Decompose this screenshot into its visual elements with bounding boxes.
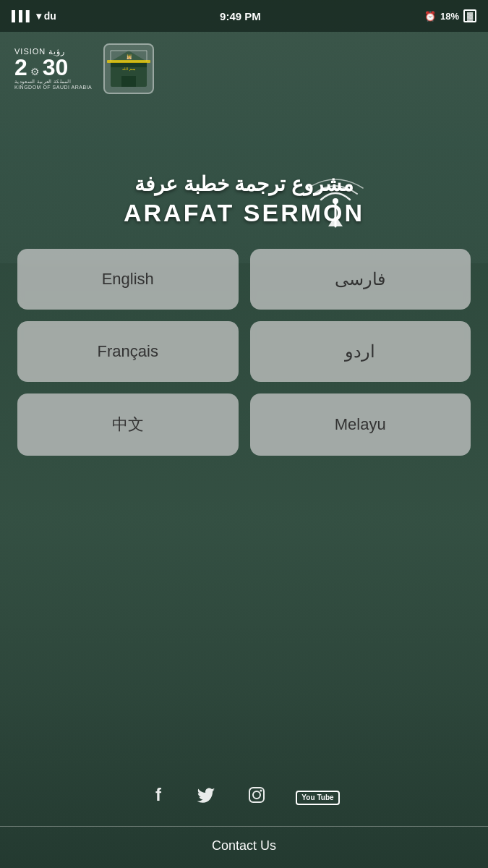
signal-bars: ▌▌▌ <box>12 10 33 22</box>
vision-2030-logo: VISION رؤية 2 ⚙ 30 المملكة العربية السعو… <box>14 47 92 90</box>
svg-point-14 <box>260 790 262 792</box>
svg-rect-3 <box>121 76 136 87</box>
svg-marker-9 <box>328 216 343 226</box>
svg-point-10 <box>333 198 338 204</box>
svg-text:🕌: 🕌 <box>127 54 132 60</box>
language-button-urdu[interactable]: اردو <box>250 321 471 382</box>
vision-english-sub: KINGDOM OF SAUDI ARABIA <box>14 85 92 90</box>
youtube-tube: Tube <box>317 794 334 801</box>
status-carrier: ▌▌▌ ▾ du <box>12 10 56 22</box>
twitter-icon[interactable] <box>197 785 218 810</box>
youtube-icon[interactable]: You Tube <box>296 791 339 805</box>
status-time: 9:49 PM <box>220 10 261 22</box>
battery-level: 18% <box>440 11 459 22</box>
youtube-you: You <box>301 794 314 801</box>
alarm-icon: ⏰ <box>424 11 436 22</box>
title-section: مشروع ترجمة خطبة عرفة ARAFAT SERMON <box>102 172 386 227</box>
vision-gear: ⚙ <box>30 67 40 77</box>
instagram-icon[interactable] <box>247 785 267 810</box>
svg-rect-6 <box>107 60 150 63</box>
vision-number: 2 <box>14 56 27 79</box>
language-grid: English فارسی Français اردو 中文 Melayu <box>0 227 488 470</box>
broadcast-svg <box>307 172 364 230</box>
main-content: VISION رؤية 2 ⚙ 30 المملكة العربية السعو… <box>0 32 488 868</box>
language-button-melayu[interactable]: Melayu <box>250 393 471 456</box>
svg-point-13 <box>253 791 260 799</box>
status-right: ⏰ 18% ▓ <box>424 9 476 22</box>
language-button-english[interactable]: English <box>17 249 239 310</box>
facebook-icon[interactable]: f <box>148 785 168 810</box>
carrier-name: du <box>44 10 56 22</box>
language-button-francais[interactable]: Français <box>17 321 239 382</box>
kaaba-logo: بسم الله 🕌 <box>103 43 154 94</box>
broadcast-icon-container <box>307 172 364 233</box>
vision-arabic-sub: المملكة العربية السعودية <box>14 79 92 85</box>
kaaba-svg: بسم الله 🕌 <box>107 47 150 90</box>
language-button-chinese[interactable]: 中文 <box>17 393 239 456</box>
svg-text:f: f <box>155 785 162 804</box>
svg-text:بسم الله: بسم الله <box>122 67 134 72</box>
contact-us-label[interactable]: Contact Us <box>212 838 276 853</box>
language-button-farsi[interactable]: فارسی <box>250 249 471 310</box>
status-bar: ▌▌▌ ▾ du 9:49 PM ⏰ 18% ▓ <box>0 0 488 32</box>
vision-number2: 30 <box>43 56 69 79</box>
contact-us-footer: Contact Us <box>0 826 488 854</box>
header-logos: VISION رؤية 2 ⚙ 30 المملكة العربية السعو… <box>0 32 488 100</box>
battery-icon: ▓ <box>463 9 476 22</box>
wifi-icon: ▾ <box>36 10 41 22</box>
social-bar: f You Tube <box>0 785 488 810</box>
